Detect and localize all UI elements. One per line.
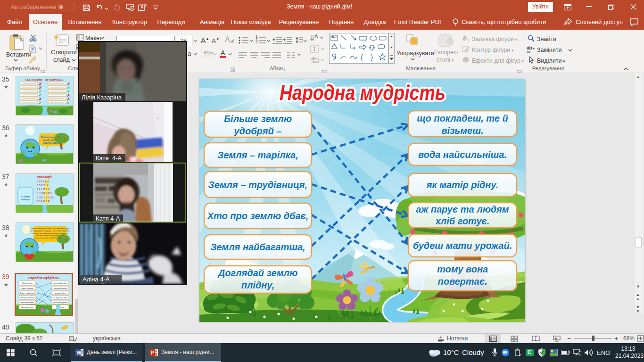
svg-text:повітря.: повітря.: [21, 198, 30, 201]
svg-text:тому вона: тому вона: [437, 264, 488, 274]
svg-text:Гра «Міліта – не мілітை»: Гра «Міліта – не мілітை»: [25, 78, 64, 81]
svg-text:Кросворд: Кросворд: [37, 175, 51, 179]
svg-text:візьмеш.: візьмеш.: [442, 125, 484, 136]
svg-text:Катя 4-А: Катя 4-А: [96, 155, 122, 162]
svg-text:5 Т Р А В А: 5 Т Р А В А: [37, 180, 50, 183]
svg-text:Земля найбагатша,: Земля найбагатша,: [20, 302, 34, 304]
svg-text:Більше землю: Більше землю: [22, 282, 33, 284]
svg-text:як матір рідну.: як матір рідну.: [55, 292, 66, 294]
svg-text:✓: ✓: [39, 101, 42, 105]
svg-text:7 З Е М Л Я: 7 З Е М Л Я: [37, 200, 50, 203]
svg-text:Хто про землю дбає,: Хто про землю дбає,: [207, 211, 309, 221]
svg-text:що покладеш, те й: що покладеш, те й: [417, 113, 508, 123]
svg-text:будеш мати урожай.: будеш мати урожай.: [53, 302, 68, 304]
svg-text:Земля найбагатша,: Земля найбагатша,: [210, 242, 305, 252]
svg-text:W: W: [76, 350, 82, 355]
svg-text:Народна мудрість: Народна мудрість: [28, 276, 59, 280]
svg-text:вода найсильніша.: вода найсильніша.: [54, 288, 67, 289]
svg-text:аж парує та людям: аж парує та людям: [53, 297, 67, 299]
svg-text:Хто про землю дбає,: Хто про землю дбає,: [19, 297, 35, 299]
svg-text:2 Т У М А Н: 2 Т У М А Н: [37, 188, 50, 190]
svg-text:аж парує та людям: аж парує та людям: [416, 204, 509, 214]
svg-text:ac: ac: [527, 49, 530, 53]
svg-text:що покладеш, те й: що покладеш, те й: [53, 282, 67, 284]
svg-text:8. Пініт: 8. Пініт: [21, 196, 29, 198]
svg-text:Земля – тарілка,: Земля – тарілка,: [217, 150, 298, 160]
svg-text:4 Р О В И Н А: 4 Р О В И Н А: [37, 191, 52, 194]
svg-text:Доглядай землю: Доглядай землю: [217, 268, 297, 278]
svg-text:вода найсильніша.: вода найсильніша.: [418, 149, 507, 160]
svg-text:плідну,: плідну,: [241, 280, 275, 290]
svg-text:удобряй –: удобряй –: [234, 126, 282, 136]
svg-text:Лілія Казаріна: Лілія Казаріна: [82, 94, 122, 101]
svg-text:Доглядай землю: Доглядай землю: [21, 306, 33, 308]
svg-text:Аліна 4-А: Аліна 4-А: [83, 276, 110, 283]
svg-text:P: P: [151, 350, 154, 355]
svg-text:повертає.: повертає.: [438, 276, 487, 287]
svg-text:Земля – трудівниця,: Земля – трудівниця,: [208, 180, 307, 190]
svg-text:Більше землю: Більше землю: [224, 114, 292, 124]
svg-text:будеш мати урожай.: будеш мати урожай.: [413, 240, 512, 251]
svg-text:хліб готує.: хліб готує.: [435, 216, 490, 226]
svg-text:Народна мудрість: Народна мудрість: [280, 81, 446, 104]
svg-text:як матір рідну.: як матір рідну.: [426, 180, 499, 190]
svg-text:3 П О Т І К: 3 П О Т І К: [37, 184, 49, 187]
svg-text:Земля – трудівниця,: Земля – трудівниця,: [20, 292, 35, 294]
svg-text:6 М Е Т Е Л И К: 6 М Е Т Е Л И К: [37, 196, 54, 199]
svg-text:✓: ✓: [67, 101, 70, 105]
svg-text:Земля – тарілка,: Земля – тарілка,: [21, 288, 33, 289]
svg-text:A: A: [314, 34, 318, 39]
svg-text:Катя 4-А: Катя 4-А: [96, 215, 120, 222]
